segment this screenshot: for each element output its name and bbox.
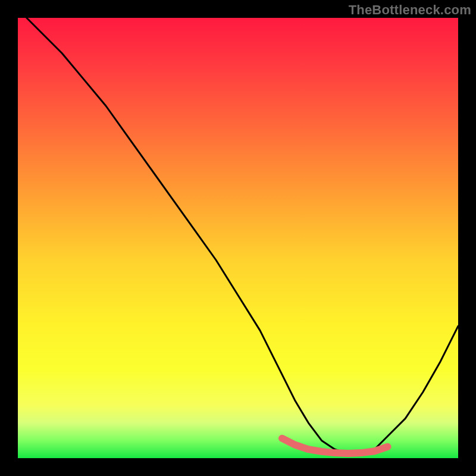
chart-overlay xyxy=(18,18,458,458)
optimal-highlight xyxy=(282,439,388,453)
watermark-text: TheBottleneck.com xyxy=(349,2,471,18)
chart-frame: TheBottleneck.com xyxy=(0,0,476,476)
bottleneck-curve xyxy=(27,18,458,454)
